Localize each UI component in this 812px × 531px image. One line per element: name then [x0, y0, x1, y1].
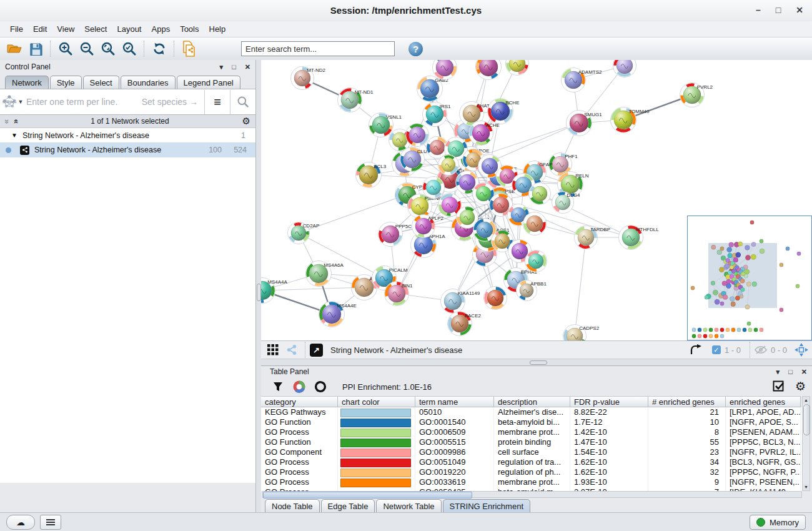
network-node-irs1[interactable]: IRS1	[423, 102, 452, 127]
network-node-kiaa1149[interactable]: KIAA1149	[441, 289, 480, 314]
network-node-bche[interactable]: BCHE	[488, 99, 520, 124]
close-icon[interactable]: ✕	[796, 4, 803, 16]
cloud-button[interactable]: ☁	[6, 515, 35, 530]
expand-all-icon[interactable]: »	[11, 119, 20, 123]
network-node-ms4a6a[interactable]: MS4A6A	[306, 261, 344, 287]
column-header-description[interactable]: description	[494, 396, 570, 407]
panel-close-icon[interactable]: ✕	[245, 63, 250, 71]
help-icon[interactable]: ?	[408, 42, 423, 56]
network-node-58[interactable]	[438, 155, 459, 176]
zoom-selected-icon[interactable]	[120, 40, 139, 57]
network-node-clu[interactable]: CLU	[400, 147, 427, 172]
export-network-icon[interactable]	[688, 342, 705, 357]
open-in-new-window-icon[interactable]: ↗	[310, 344, 323, 357]
table-horizontal-scrollbar[interactable]	[262, 491, 802, 498]
panel-float-icon[interactable]: □	[232, 63, 236, 71]
save-session-icon[interactable]	[26, 40, 45, 57]
table-row[interactable]: GO ProcessGO:0019220regulation of ph...1…	[261, 467, 802, 477]
memory-button[interactable]: Memory	[750, 515, 806, 530]
grid-view-icon[interactable]	[265, 342, 281, 357]
network-node-smug1[interactable]: SMUG1	[567, 111, 603, 136]
divider-grip[interactable]	[530, 360, 547, 365]
column-header-enriched-genes[interactable]: enriched genes	[726, 396, 801, 407]
tab-network[interactable]: Network	[5, 76, 49, 89]
tab-select[interactable]: Select	[83, 76, 119, 89]
zoom-in-icon[interactable]	[56, 40, 75, 57]
table-divider[interactable]	[261, 359, 812, 365]
panel-menu-icon[interactable]: ▾	[220, 63, 224, 71]
panel-splitter[interactable]	[256, 60, 261, 512]
refresh-icon[interactable]	[150, 40, 169, 57]
tab-edge-table[interactable]: Edge Table	[321, 499, 375, 513]
panel-menu-icon[interactable]: ▾	[776, 368, 780, 376]
network-node-64[interactable]	[423, 177, 445, 199]
network-node-bace2[interactable]: BACE2	[448, 312, 482, 336]
zoom-fit-icon[interactable]	[99, 40, 117, 57]
table-row[interactable]: GO ProcessGO:0051049regulation of tra...…	[261, 457, 802, 467]
network-node-dlg4[interactable]: DLG4	[552, 192, 581, 214]
tab-network-table[interactable]: Network Table	[376, 499, 441, 513]
table-row[interactable]: GO ComponentGO:0009986cell surface1.54E-…	[261, 447, 802, 457]
network-node-apbb1[interactable]: APBB1	[517, 280, 547, 301]
set-species-label[interactable]: Set species →	[142, 97, 198, 107]
tab-node-table[interactable]: Node Table	[265, 499, 320, 513]
tab-string-enrichment[interactable]: STRING Enrichment	[443, 499, 530, 513]
tab-legend-panel[interactable]: Legend Panel	[177, 76, 240, 89]
network-node-bcl3[interactable]: BCL3	[356, 162, 387, 188]
maximize-icon[interactable]: □	[776, 4, 781, 16]
network-node-pvrl2[interactable]: PVRL2	[680, 83, 713, 107]
menu-item-edit[interactable]: Edit	[28, 22, 52, 36]
network-node-bin1[interactable]: BIN1	[385, 282, 413, 306]
menu-item-tools[interactable]: Tools	[175, 22, 204, 36]
menu-item-apps[interactable]: Apps	[147, 22, 176, 36]
network-node-63[interactable]	[523, 212, 547, 236]
column-header-fdr-p-value[interactable]: FDR p-value	[570, 396, 648, 407]
string-search-icon[interactable]	[230, 90, 255, 114]
menu-item-layout[interactable]: Layout	[112, 22, 146, 36]
panel-close-icon[interactable]: ✕	[801, 368, 807, 376]
network-node-71[interactable]	[506, 60, 529, 76]
tree-expand-icon[interactable]: ▼	[11, 132, 17, 139]
scrollbar-thumb[interactable]	[263, 492, 472, 499]
network-node-ache[interactable]: ACHE	[469, 121, 500, 146]
menu-item-view[interactable]: View	[52, 22, 79, 36]
table-vertical-scrollbar[interactable]: ▲ ▼	[802, 396, 810, 491]
network-node-57[interactable]	[529, 183, 551, 205]
network-node-50[interactable]	[406, 124, 429, 147]
column-header-term-name[interactable]: term name	[415, 396, 494, 407]
string-query-input[interactable]	[25, 96, 142, 107]
scroll-down-icon[interactable]: ▼	[803, 484, 810, 490]
network-node-mthfdll[interactable]: MTHFDLL	[619, 226, 660, 250]
zoom-out-icon[interactable]	[77, 40, 96, 57]
network-from-file-icon[interactable]	[180, 40, 199, 57]
network-node-tomm40[interactable]: TOMM40	[611, 107, 650, 133]
network-canvas[interactable]: MT-ND2MT-ND1VSNL1GAB2ADAMTS2PVRL2TOMM40S…	[261, 60, 812, 340]
search-input[interactable]	[241, 41, 395, 56]
tab-style[interactable]: Style	[50, 76, 82, 89]
network-node-72[interactable]	[613, 60, 636, 77]
remove-chart-icon[interactable]	[312, 379, 329, 394]
column-header-chart-color[interactable]: chart color	[338, 396, 415, 407]
menu-item-help[interactable]: Help	[204, 22, 231, 36]
network-node-mt-nd1[interactable]: MT-ND1	[338, 88, 374, 112]
share-view-icon[interactable]	[284, 342, 300, 357]
network-node-ms4a4a[interactable]: MS4A4A	[261, 278, 287, 304]
filter-icon[interactable]	[270, 379, 286, 394]
minimize-icon[interactable]: –	[756, 4, 761, 16]
birds-eye-view[interactable]	[687, 216, 812, 340]
fit-compass-icon[interactable]	[793, 342, 810, 357]
string-options-icon[interactable]: ≡	[205, 90, 230, 114]
enrichment-chart-icon[interactable]	[291, 379, 307, 394]
network-node-5[interactable]	[476, 60, 502, 80]
network-node-ms4a4e[interactable]: MS4A4E	[319, 302, 357, 327]
column-header-category[interactable]: category	[261, 396, 338, 407]
network-node-28[interactable]	[484, 287, 507, 310]
string-logo-icon[interactable]: STRING ▼	[0, 94, 25, 109]
select-terms-icon[interactable]	[773, 380, 785, 393]
settings-gear-icon[interactable]: ⚙	[795, 382, 806, 391]
table-row[interactable]: GO FunctionGO:0005515protein binding1.47…	[261, 437, 802, 447]
network-row-selected[interactable]: String Network - Alzheimer's disease 100…	[0, 142, 255, 157]
network-node-cadps2[interactable]: CADPS2	[563, 325, 600, 341]
splitter-grip[interactable]	[257, 284, 261, 301]
menu-item-select[interactable]: Select	[79, 22, 112, 36]
